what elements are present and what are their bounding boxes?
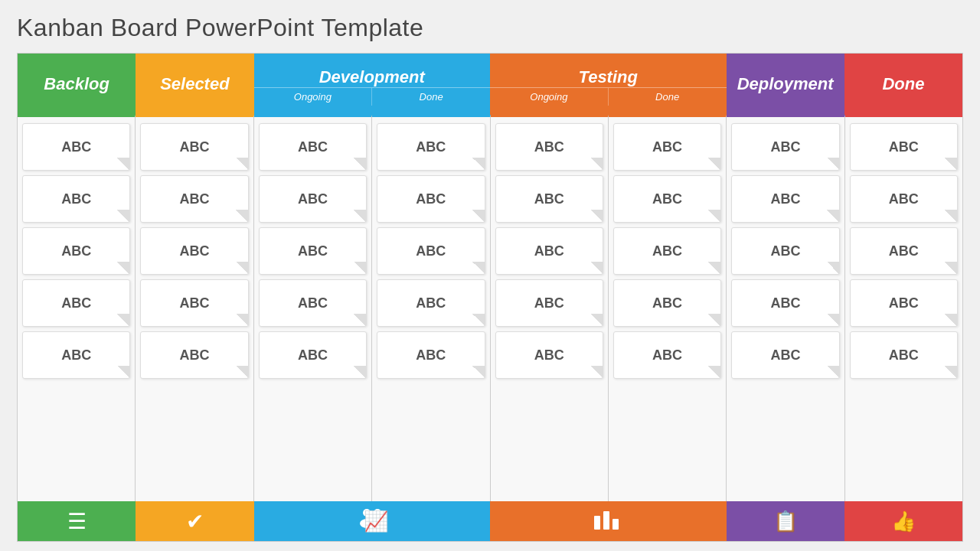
col-backlog: ABC ABC ABC ABC ABC <box>18 115 136 501</box>
card[interactable]: ABC <box>259 331 367 379</box>
card[interactable]: ABC <box>22 227 130 275</box>
card[interactable]: ABC <box>495 123 603 171</box>
header-selected: Selected <box>136 54 253 115</box>
card[interactable]: ABC <box>22 123 130 171</box>
card[interactable]: ABC <box>377 123 485 171</box>
columns-area: ABC ABC ABC ABC ABC ABC ABC ABC ABC ABC … <box>18 115 962 501</box>
header-done: Done <box>844 54 962 115</box>
card[interactable]: ABC <box>377 227 485 275</box>
card[interactable]: ABC <box>850 123 958 171</box>
people-chart-icon: 📈 <box>364 510 388 533</box>
card[interactable]: ABC <box>377 331 485 379</box>
col-test-ongoing: ABC ABC ABC ABC ABC <box>491 115 609 501</box>
svg-rect-5 <box>603 511 609 530</box>
card[interactable]: ABC <box>613 331 721 379</box>
col-done: ABC ABC ABC ABC ABC <box>845 115 962 501</box>
footer-testing <box>490 501 727 541</box>
cards-deployment: ABC ABC ABC ABC ABC <box>727 117 844 501</box>
page-title: Kanban Board PowerPoint Template <box>17 14 963 42</box>
card[interactable]: ABC <box>259 227 367 275</box>
card[interactable]: ABC <box>22 279 130 327</box>
header-deployment: Deployment <box>727 54 844 115</box>
cards-selected: ABC ABC ABC ABC ABC <box>136 117 253 501</box>
svg-rect-4 <box>594 516 600 530</box>
card[interactable]: ABC <box>377 279 485 327</box>
card[interactable]: ABC <box>731 227 839 275</box>
card[interactable]: ABC <box>259 123 367 171</box>
footer-backlog: ☰ <box>18 501 136 541</box>
header-backlog: Backlog <box>18 54 136 115</box>
cards-backlog: ABC ABC ABC ABC ABC <box>18 117 135 501</box>
cards-test-done: ABC ABC ABC ABC ABC <box>609 117 726 501</box>
card[interactable]: ABC <box>140 331 248 379</box>
card[interactable]: ABC <box>731 123 839 171</box>
col-selected: ABC ABC ABC ABC ABC <box>136 115 253 501</box>
footer-selected: ✔ <box>136 501 253 541</box>
clipboard-icon: 📋 <box>773 510 798 533</box>
card[interactable]: ABC <box>22 331 130 379</box>
card[interactable]: ABC <box>259 175 367 223</box>
col-dev-ongoing: ABC ABC ABC ABC ABC <box>254 115 372 501</box>
footer-dev: 📈 <box>254 501 491 541</box>
footer-row: ☰ ✔ 📈 <box>18 501 962 541</box>
card[interactable]: ABC <box>377 175 485 223</box>
header-testing: Testing Ongoing Done <box>490 54 727 115</box>
list-icon: ☰ <box>67 509 87 534</box>
footer-done: 👍 <box>844 501 962 541</box>
thumbsup-icon: 👍 <box>891 510 916 533</box>
card[interactable]: ABC <box>495 279 603 327</box>
col-test-done: ABC ABC ABC ABC ABC <box>609 115 727 501</box>
card[interactable]: ABC <box>22 175 130 223</box>
cards-done: ABC ABC ABC ABC ABC <box>845 117 962 501</box>
card[interactable]: ABC <box>850 331 958 379</box>
card[interactable]: ABC <box>613 279 721 327</box>
check-icon: ✔ <box>186 509 204 534</box>
kanban-board: Backlog Selected Development Ongoing Don… <box>17 53 963 542</box>
cards-dev-ongoing: ABC ABC ABC ABC ABC <box>254 117 371 501</box>
card[interactable]: ABC <box>731 279 839 327</box>
card[interactable]: ABC <box>613 227 721 275</box>
card[interactable]: ABC <box>259 279 367 327</box>
svg-rect-6 <box>612 519 619 530</box>
test-done: Done <box>609 88 727 106</box>
cards-test-ongoing: ABC ABC ABC ABC ABC <box>491 117 608 501</box>
card[interactable]: ABC <box>731 175 839 223</box>
card[interactable]: ABC <box>613 123 721 171</box>
header-development: Development Ongoing Done <box>254 54 491 115</box>
card[interactable]: ABC <box>850 279 958 327</box>
card[interactable]: ABC <box>731 331 839 379</box>
dev-ongoing: Ongoing <box>254 88 373 106</box>
footer-deployment: 📋 <box>727 501 844 541</box>
card[interactable]: ABC <box>850 227 958 275</box>
test-ongoing: Ongoing <box>490 88 609 106</box>
card[interactable]: ABC <box>495 331 603 379</box>
card[interactable]: ABC <box>140 279 248 327</box>
dev-done: Done <box>372 88 490 106</box>
header-row: Backlog Selected Development Ongoing Don… <box>18 54 962 115</box>
card[interactable]: ABC <box>495 227 603 275</box>
card[interactable]: ABC <box>140 123 248 171</box>
card[interactable]: ABC <box>140 175 248 223</box>
card[interactable]: ABC <box>495 175 603 223</box>
card[interactable]: ABC <box>140 227 248 275</box>
bar-chart-icon <box>593 507 623 536</box>
col-deployment: ABC ABC ABC ABC ABC <box>727 115 844 501</box>
card[interactable]: ABC <box>613 175 721 223</box>
card[interactable]: ABC <box>850 175 958 223</box>
col-dev-done: ABC ABC ABC ABC ABC <box>372 115 490 501</box>
cards-dev-done: ABC ABC ABC ABC ABC <box>372 117 489 501</box>
